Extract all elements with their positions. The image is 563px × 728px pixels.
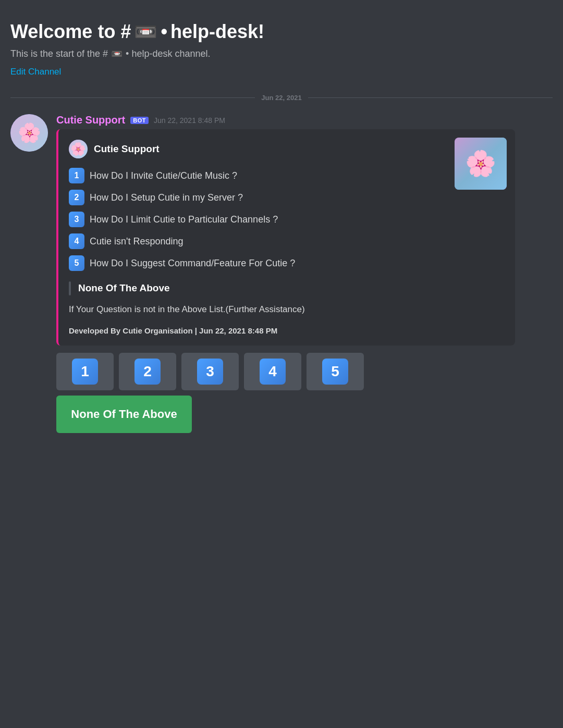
message-content-area: Cutie Support BOT Jun 22, 2021 8:48 PM 🌸… xyxy=(56,114,553,433)
embed-item-5: 5 How Do I Suggest Command/Feature For C… xyxy=(69,255,505,271)
none-above-button[interactable]: None Of The Above xyxy=(56,396,192,433)
embed-item-3: 3 How Do I Limit Cutie to Particular Cha… xyxy=(69,212,505,227)
buttons-row: 1 2 3 4 5 xyxy=(56,353,553,390)
button-3[interactable]: 3 xyxy=(181,353,239,390)
embed-bot-name: Cutie Support xyxy=(94,143,160,155)
button-3-badge: 3 xyxy=(197,359,223,385)
button-4-badge: 4 xyxy=(260,359,286,385)
button-2[interactable]: 2 xyxy=(119,353,176,390)
embed-item-1-text: How Do I Invite Cutie/Cutie Music ? xyxy=(90,170,237,181)
date-label: Jun 22, 2021 xyxy=(261,94,301,102)
embed-item-4-text: Cutie isn't Responding xyxy=(90,236,183,247)
thumbnail-image: 🌸 xyxy=(455,138,507,190)
subtitle-tape-emoji: 📼 xyxy=(111,48,123,59)
embed-avatar-image: 🌸 xyxy=(69,140,88,158)
channel-header: Welcome to # 📼 • help-desk! This is the … xyxy=(10,13,553,83)
date-divider: Jun 22, 2021 xyxy=(10,94,553,102)
tape-emoji: 📼 xyxy=(134,21,157,43)
number-badge-2: 2 xyxy=(69,190,84,205)
username: Cutie Support xyxy=(56,114,125,126)
embed-item-3-text: How Do I Limit Cutie to Particular Chann… xyxy=(90,214,278,225)
embed-item-2-text: How Do I Setup Cutie in my Server ? xyxy=(90,192,243,203)
embed-card: 🌸 🌸 Cutie Support 1 How Do I Invite Cuti… xyxy=(56,129,515,346)
title-dot: • xyxy=(161,21,167,43)
subtitle-prefix: This is the start of the # xyxy=(10,48,108,59)
button-1[interactable]: 1 xyxy=(56,353,114,390)
embed-header: 🌸 Cutie Support xyxy=(69,140,505,158)
avatar: 🌸 xyxy=(10,114,48,152)
button-4[interactable]: 4 xyxy=(244,353,301,390)
divider-line-left xyxy=(10,97,255,98)
number-badge-3: 3 xyxy=(69,212,84,227)
channel-subtitle: This is the start of the # 📼 • help-desk… xyxy=(10,48,553,59)
number-badge-4: 4 xyxy=(69,233,84,249)
message-header: Cutie Support BOT Jun 22, 2021 8:48 PM xyxy=(56,114,553,126)
none-above-button-row: None Of The Above xyxy=(56,396,553,433)
number-badge-5: 5 xyxy=(69,255,84,271)
embed-item-5-text: How Do I Suggest Command/Feature For Cut… xyxy=(90,258,295,269)
channel-title: Welcome to # 📼 • help-desk! xyxy=(10,21,553,43)
message-timestamp: Jun 22, 2021 8:48 PM xyxy=(154,116,225,125)
button-5-badge: 5 xyxy=(322,359,348,385)
embed-item-4: 4 Cutie isn't Responding xyxy=(69,233,505,249)
embed-item-2: 2 How Do I Setup Cutie in my Server ? xyxy=(69,190,505,205)
button-1-badge: 1 xyxy=(72,359,98,385)
title-suffix: help-desk! xyxy=(170,21,264,43)
avatar-image: 🌸 xyxy=(10,114,48,152)
embed-footer: Developed By Cutie Organisation | Jun 22… xyxy=(69,326,505,335)
blockquote-bar xyxy=(69,281,71,295)
none-above-blockquote: None Of The Above xyxy=(69,281,505,295)
number-badge-1: 1 xyxy=(69,168,84,183)
message-container: 🌸 Cutie Support BOT Jun 22, 2021 8:48 PM… xyxy=(10,110,553,437)
embed-item-1: 1 How Do I Invite Cutie/Cutie Music ? xyxy=(69,168,505,183)
embed-items: 1 How Do I Invite Cutie/Cutie Music ? 2 … xyxy=(69,168,505,271)
subtitle-suffix: • help-desk channel. xyxy=(126,48,210,59)
button-2-badge: 2 xyxy=(134,359,161,385)
title-prefix: Welcome to # xyxy=(10,21,131,43)
bot-badge: BOT xyxy=(130,117,149,124)
button-5[interactable]: 5 xyxy=(307,353,364,390)
embed-bot-avatar: 🌸 xyxy=(69,140,88,158)
divider-line-right xyxy=(308,97,553,98)
embed-description: If Your Question is not in the Above Lis… xyxy=(69,303,505,316)
none-above-blockquote-text: None Of The Above xyxy=(78,281,170,295)
edit-channel-link[interactable]: Edit Channel xyxy=(10,67,61,77)
embed-thumbnail: 🌸 xyxy=(455,138,507,190)
